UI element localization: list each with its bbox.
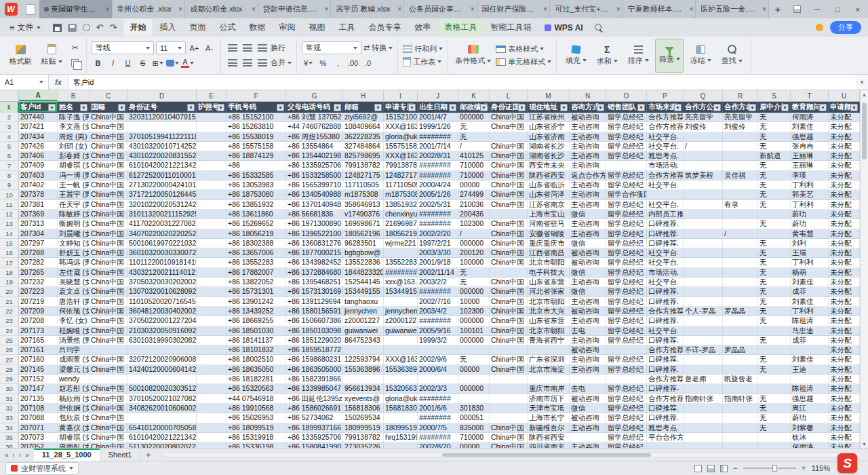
close-icon[interactable]: × <box>178 6 182 13</box>
cell[interactable]: 799138782 <box>343 433 384 442</box>
cell[interactable]: 无 <box>758 161 791 170</box>
cell[interactable]: 曾老师 <box>684 375 723 384</box>
row-header[interactable]: 16 <box>0 248 19 258</box>
cell[interactable]: 无 <box>758 297 791 307</box>
cell[interactable]: 口碑推荐- <box>647 384 684 394</box>
cell[interactable]: China中国 <box>90 171 127 180</box>
preview-icon[interactable] <box>83 24 90 31</box>
cell[interactable] <box>723 442 758 448</box>
cell[interactable]: guiwanwei <box>384 326 418 336</box>
cell[interactable]: 未分配 <box>829 142 860 151</box>
cell[interactable]: 青海省西宁 <box>528 336 570 345</box>
cell[interactable]: 207440 <box>19 113 58 122</box>
menu-tab[interactable]: 效率 <box>408 19 437 36</box>
decrease-decimal-button[interactable]: .0 <box>361 57 374 69</box>
cell[interactable]: 留学总经纪 <box>606 316 647 326</box>
cell[interactable] <box>684 210 723 219</box>
cell[interactable]: 180562196 <box>343 229 384 239</box>
filter-dropdown-icon[interactable]: ▼ <box>334 104 341 111</box>
cell[interactable] <box>384 336 418 345</box>
cell[interactable]: 主动咨询 <box>570 316 606 326</box>
cell[interactable] <box>684 229 723 239</box>
cell[interactable]: China中国 <box>90 239 127 248</box>
cell[interactable] <box>458 345 490 355</box>
copy-button[interactable] <box>68 57 81 69</box>
cell[interactable]: China中国 <box>90 248 127 258</box>
cell[interactable]: +86 13439252 <box>226 307 286 316</box>
cell[interactable] <box>684 384 723 394</box>
cell[interactable]: 未分配 <box>829 442 860 448</box>
cell[interactable]: 主动咨询 <box>570 442 606 448</box>
cell[interactable]: 湖南省长沙 <box>528 142 570 151</box>
cell[interactable]: 430321200211140121 <box>127 268 197 278</box>
cell[interactable] <box>723 132 758 142</box>
cell[interactable] <box>418 375 458 384</box>
header-cell[interactable]: 身份证号▼ <box>127 102 197 113</box>
row-header[interactable]: 6 <box>0 151 19 161</box>
cell[interactable]: China中国 <box>90 161 127 170</box>
row-header[interactable]: 15 <box>0 239 19 248</box>
cell[interactable]: 835000 <box>458 423 490 433</box>
cell[interactable]: 舒妍玉 (女 <box>58 248 90 258</box>
cell[interactable]: 207152 <box>19 375 58 384</box>
cell[interactable]: +86 17882007 <box>226 268 286 278</box>
cell[interactable]: 207173 <box>19 326 58 336</box>
filter-dropdown-icon[interactable]: ▼ <box>597 104 604 111</box>
cell[interactable]: China中国 <box>490 200 528 210</box>
cell[interactable]: 西安市未央 <box>528 161 570 170</box>
cell-style-button[interactable]: 单元格样式 <box>496 57 551 67</box>
row-header[interactable]: 30 <box>0 384 19 394</box>
cell[interactable]: ######## <box>384 268 418 278</box>
cell[interactable]: 留学总经纪 <box>606 442 647 448</box>
cell[interactable]: 袁文卓 (女 <box>58 287 90 297</box>
cell[interactable] <box>197 355 226 364</box>
page-break-view-icon[interactable] <box>720 465 728 472</box>
cell[interactable]: 北京市朝阳 <box>528 258 570 267</box>
cell[interactable]: China中国 <box>490 151 528 161</box>
cell[interactable]: 207209 <box>19 307 58 316</box>
cell[interactable]: China中国 <box>490 122 528 132</box>
zoom-out-button[interactable]: − <box>733 464 738 472</box>
column-header[interactable]: C <box>90 90 127 101</box>
cell[interactable]: 杨欣雨 (女 <box>58 394 90 404</box>
header-cell[interactable]: 身份证国▼ <box>490 102 528 113</box>
cell[interactable]: 山东省东营 <box>528 278 570 287</box>
cell[interactable]: / <box>723 229 758 239</box>
vertical-scroll-thumb[interactable] <box>862 102 867 159</box>
cell[interactable]: +86 15336198 <box>226 442 286 448</box>
filter-dropdown-icon[interactable]: ▼ <box>480 104 488 111</box>
cell[interactable]: 370105200210270824 <box>127 394 197 404</box>
cell[interactable]: +44 7460762888 <box>286 122 343 132</box>
cell[interactable]: 主动咨询 <box>570 151 606 161</box>
header-cell[interactable]: 申请专用▼ <box>384 102 418 113</box>
cell[interactable]: 110105200207165451 <box>127 297 197 307</box>
cell[interactable]: 社交平台. <box>647 248 684 258</box>
cell[interactable]: 2001/9/18 <box>418 258 458 267</box>
select-all-corner[interactable] <box>0 90 19 101</box>
cell[interactable] <box>197 345 226 355</box>
cell[interactable]: 124827175 <box>384 171 418 180</box>
cell[interactable]: ######## <box>418 161 458 170</box>
cell[interactable]: 无 <box>758 248 791 258</box>
cell[interactable]: China中国 <box>90 190 127 200</box>
cell[interactable]: China中国 <box>90 442 127 448</box>
column-header[interactable]: I <box>384 90 418 101</box>
cell[interactable] <box>684 404 723 413</box>
cell[interactable]: 207402 <box>19 180 58 190</box>
cell[interactable] <box>197 122 226 132</box>
cell[interactable] <box>197 433 226 442</box>
cell[interactable]: 未分配 <box>829 132 860 142</box>
font-size-select[interactable]: 11 <box>156 41 186 54</box>
close-icon[interactable]: × <box>690 6 694 13</box>
cell[interactable]: 留学总经纪 <box>606 336 647 345</box>
cell[interactable]: 未分配 <box>829 336 860 345</box>
cell[interactable]: China中国 <box>90 433 127 442</box>
cell[interactable]: 个人-罗晶 <box>684 307 723 316</box>
cell[interactable] <box>684 180 723 190</box>
cell[interactable]: 654101200007050581 <box>127 423 197 433</box>
cell[interactable]: 北京市朝阳 <box>528 326 570 336</box>
cell[interactable]: 被动咨询 <box>570 307 606 316</box>
cell[interactable]: +86 18753080 <box>226 190 286 200</box>
cell[interactable] <box>684 278 723 287</box>
cell[interactable] <box>684 258 723 267</box>
